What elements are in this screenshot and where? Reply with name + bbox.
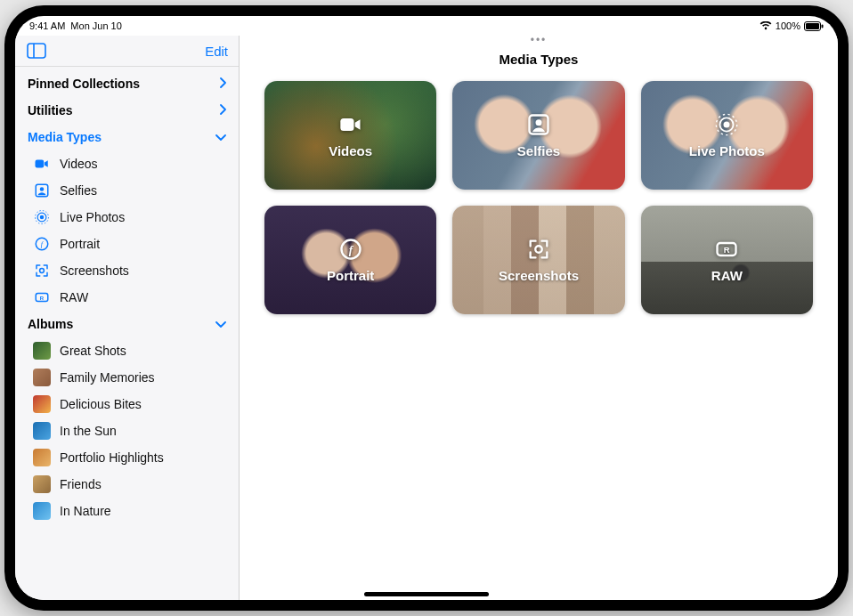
sidebar-section-utilities[interactable]: Utilities [20, 97, 233, 124]
album-label: Great Shots [60, 344, 126, 358]
sidebar-item-video[interactable]: Videos [20, 150, 233, 177]
album-thumb [33, 369, 51, 386]
svg-text:R: R [40, 296, 45, 301]
svg-rect-16 [340, 118, 353, 131]
video-icon [338, 112, 363, 140]
media-card-label: Screenshots [499, 268, 579, 283]
selfie-icon [33, 182, 51, 199]
sidebar-item-label: Screenshots [60, 263, 129, 278]
status-date: Mon Jun 10 [70, 20, 121, 31]
sidebar-album-item[interactable]: In the Sun [20, 417, 233, 444]
media-card-label: RAW [711, 268, 743, 283]
raw-icon: R [33, 288, 51, 306]
live-icon [33, 208, 51, 226]
sidebar-item-portrait[interactable]: fPortrait [20, 231, 233, 257]
media-card-raw[interactable]: RRAW [641, 206, 813, 314]
album-label: In Nature [60, 504, 111, 518]
media-card-live[interactable]: Live Photos [641, 81, 813, 190]
media-card-video[interactable]: Videos [264, 81, 436, 190]
battery-icon [804, 21, 824, 31]
sidebar-section-media-types[interactable]: Media Types [20, 124, 233, 150]
sidebar-album-item[interactable]: Friends [20, 471, 233, 498]
media-card-selfie[interactable]: Selfies [452, 81, 624, 190]
sidebar-item-selfie[interactable]: Selfies [20, 177, 233, 204]
wifi-icon [760, 21, 772, 30]
svg-rect-3 [28, 44, 45, 58]
media-card-label: Portrait [327, 268, 374, 283]
sidebar-item-label: RAW [60, 290, 88, 304]
sidebar-album-item[interactable]: In Nature [20, 498, 233, 524]
edit-button[interactable]: Edit [205, 44, 228, 59]
section-label: Albums [28, 317, 73, 331]
sidebar-toggle-button[interactable] [24, 41, 49, 61]
screen: 9:41 AM Mon Jun 10 100% Edit Pi [15, 16, 838, 600]
media-card-screenshot[interactable]: Screenshots [452, 206, 624, 314]
svg-rect-1 [806, 23, 819, 29]
status-bar: 9:41 AM Mon Jun 10 100% [15, 16, 838, 36]
svg-point-7 [40, 187, 45, 191]
media-card-label: Videos [329, 143, 372, 158]
section-label: Media Types [28, 130, 102, 144]
status-battery-pct: 100% [776, 20, 800, 31]
chevron-right-icon [219, 77, 226, 91]
sidebar-album-item[interactable]: Family Memories [20, 364, 233, 391]
album-thumb [33, 395, 51, 413]
album-thumb [33, 422, 51, 440]
section-label: Utilities [28, 103, 73, 118]
portrait-icon: f [33, 235, 51, 253]
chevron-down-icon [215, 130, 226, 144]
svg-text:R: R [724, 246, 730, 255]
svg-point-19 [724, 122, 730, 128]
status-time: 9:41 AM [29, 20, 65, 31]
sidebar-section-pinned[interactable]: Pinned Collections [20, 70, 233, 97]
sidebar-header: Edit [15, 36, 239, 67]
sidebar-item-screenshot[interactable]: Screenshots [20, 257, 233, 284]
video-icon [33, 155, 51, 173]
sidebar-scroll[interactable]: Pinned Collections Utilities Media Types [15, 67, 239, 600]
media-card-portrait[interactable]: fPortrait [264, 206, 436, 314]
album-label: Delicious Bites [60, 397, 142, 411]
screenshot-icon [33, 262, 51, 280]
sidebar-item-label: Live Photos [60, 210, 125, 224]
section-label: Pinned Collections [28, 77, 140, 91]
svg-point-24 [535, 246, 541, 252]
album-thumb [33, 449, 51, 466]
chevron-right-icon [219, 103, 226, 118]
media-type-grid: VideosSelfiesLive PhotosfPortraitScreens… [240, 69, 838, 314]
sidebar-album-item[interactable]: Portfolio Highlights [20, 444, 233, 471]
chevron-down-icon [215, 317, 226, 331]
selfie-icon [526, 112, 551, 140]
album-thumb [33, 342, 51, 360]
sidebar-album-item[interactable]: Great Shots [20, 337, 233, 364]
sidebar-item-live[interactable]: Live Photos [20, 204, 233, 231]
album-label: Portfolio Highlights [60, 450, 164, 465]
sidebar: Edit Pinned Collections Utilities Med [15, 36, 240, 600]
more-menu-button[interactable]: ••• [531, 34, 548, 46]
sidebar-section-albums[interactable]: Albums [20, 311, 233, 337]
album-label: In the Sun [60, 424, 117, 438]
album-thumb [33, 502, 51, 520]
svg-text:f: f [41, 240, 45, 248]
svg-text:f: f [349, 244, 354, 256]
portrait-icon: f [338, 237, 363, 264]
live-icon [714, 112, 739, 140]
home-indicator[interactable] [364, 592, 489, 596]
page-title: Media Types [240, 52, 838, 67]
ipad-frame: 9:41 AM Mon Jun 10 100% Edit Pi [4, 5, 849, 611]
sidebar-item-raw[interactable]: RRAW [20, 284, 233, 311]
svg-rect-5 [36, 160, 45, 168]
media-card-label: Selfies [517, 143, 560, 158]
album-label: Family Memories [60, 370, 155, 385]
album-thumb [33, 475, 51, 493]
sidebar-item-label: Portrait [60, 237, 100, 251]
svg-point-8 [40, 215, 45, 220]
screenshot-icon [526, 237, 551, 264]
svg-point-13 [40, 269, 45, 273]
sidebar-album-item[interactable]: Delicious Bites [20, 391, 233, 417]
main-content: ••• Media Types VideosSelfiesLive Photos… [240, 36, 838, 600]
raw-icon: R [714, 237, 739, 264]
sidebar-item-label: Selfies [60, 183, 97, 198]
media-card-label: Live Photos [689, 143, 765, 158]
svg-rect-2 [822, 24, 824, 28]
sidebar-item-label: Videos [60, 157, 98, 171]
